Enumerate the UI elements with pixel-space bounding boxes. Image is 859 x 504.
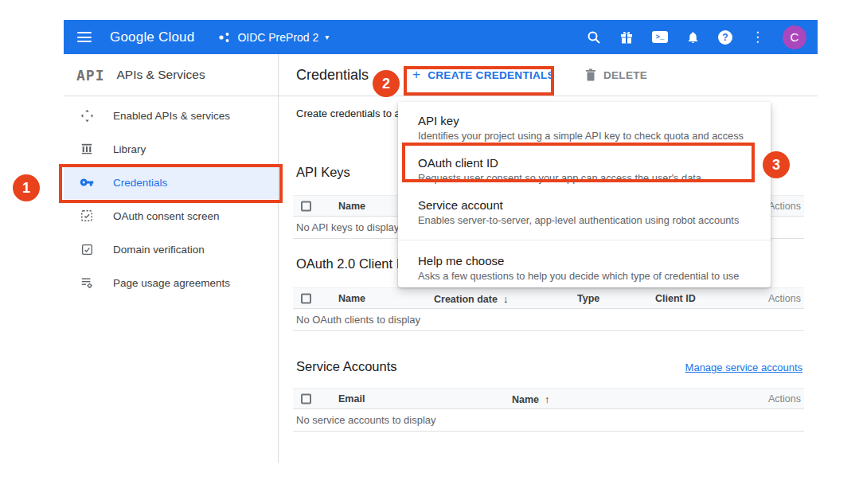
sidebar-item-label: Domain verification	[113, 244, 205, 256]
annotation-badge-3: 3	[763, 151, 790, 178]
consent-screen-icon	[80, 209, 94, 222]
api-logo: API	[76, 67, 105, 84]
menu-divider	[398, 240, 771, 240]
manage-service-accounts-link[interactable]: Manage service accounts	[685, 361, 802, 373]
sidebar-item-credentials[interactable]: Credentials	[64, 166, 278, 199]
column-creation-date[interactable]: Creation date↓	[434, 292, 508, 304]
table-header-row: Email Name↑ Actions	[293, 388, 804, 409]
sidebar-item-library[interactable]: Library	[64, 132, 278, 166]
library-icon	[80, 143, 94, 155]
select-all-checkbox[interactable]	[301, 393, 311, 404]
sidebar-item-label: OAuth consent screen	[113, 210, 220, 222]
gift-icon[interactable]	[619, 30, 634, 45]
page-title: Credentials	[296, 67, 369, 84]
cloud-shell-icon[interactable]: >_	[652, 31, 668, 43]
project-selector[interactable]: OIDC PreProd 2 ▾	[218, 31, 329, 44]
column-name: Name	[338, 293, 365, 304]
column-name[interactable]: Name↑	[512, 393, 550, 404]
select-all-checkbox[interactable]	[301, 201, 311, 211]
trash-icon	[585, 68, 596, 81]
column-type: Type	[577, 293, 599, 304]
sidebar-item-label: Enabled APIs & services	[113, 110, 230, 122]
intro-text: Create credentials to ac	[296, 107, 405, 119]
google-cloud-logo[interactable]: Google Cloud	[110, 29, 194, 45]
more-vertical-icon[interactable]: ⋮	[751, 30, 764, 44]
sidebar-item-oauth-consent[interactable]: OAuth consent screen	[64, 199, 278, 232]
sidebar-title: APIs & Services	[117, 68, 205, 82]
sidebar-nav: Enabled APIs & services Library Credenti…	[64, 96, 279, 463]
menu-item-help-me-choose[interactable]: Help me choose Asks a few questions to h…	[398, 247, 771, 289]
enabled-apis-icon	[80, 109, 94, 123]
key-icon	[80, 175, 94, 189]
service-accounts-heading: Service Accounts	[296, 359, 397, 374]
menu-item-service-account[interactable]: Service account Enables server-to-server…	[398, 191, 771, 233]
delete-button[interactable]: DELETE	[585, 68, 647, 81]
section-header: API APIs & Services Credentials + CREATE…	[64, 54, 818, 96]
column-name: Name	[338, 201, 365, 212]
sidebar-item-label: Credentials	[113, 177, 167, 189]
annotation-badge-2: 2	[373, 70, 400, 97]
notifications-bell-icon[interactable]	[686, 30, 700, 45]
plus-icon: +	[412, 67, 420, 83]
create-credentials-button[interactable]: + CREATE CREDENTIALS	[412, 67, 555, 83]
help-icon[interactable]: ?	[718, 30, 732, 45]
account-avatar[interactable]: C	[783, 25, 806, 49]
screen: Google Cloud OIDC PreProd 2 ▾ >_	[0, 0, 859, 504]
menu-item-oauth-client-id[interactable]: OAuth client ID Requests user consent so…	[398, 149, 771, 191]
domain-verification-icon	[80, 244, 94, 256]
annotation-badge-1: 1	[13, 174, 40, 201]
column-email: Email	[338, 393, 365, 404]
empty-row: No OAuth clients to display	[293, 309, 804, 331]
hamburger-menu-icon[interactable]	[77, 32, 92, 42]
column-actions: Actions	[768, 393, 801, 404]
agreements-gear-icon	[80, 276, 94, 289]
page-header: Credentials + CREATE CREDENTIALS DELETE	[279, 54, 818, 96]
empty-row: No service accounts to display	[293, 409, 804, 432]
select-all-checkbox[interactable]	[301, 293, 311, 303]
sidebar-item-domain-verification[interactable]: Domain verification	[64, 232, 278, 266]
column-actions: Actions	[768, 201, 801, 212]
menu-item-api-key[interactable]: API key Identifies your project using a …	[398, 107, 771, 149]
sidebar-item-enabled-apis[interactable]: Enabled APIs & services	[64, 99, 278, 132]
sort-desc-icon: ↓	[503, 292, 509, 304]
sidebar-item-page-usage-agreements[interactable]: Page usage agreements	[64, 266, 278, 299]
project-name: OIDC PreProd 2	[237, 31, 318, 44]
search-icon[interactable]	[587, 30, 601, 45]
chevron-down-icon: ▾	[325, 33, 329, 41]
table-header-row: Name Creation date↓ Type Client ID Actio…	[293, 287, 804, 309]
api-keys-heading: API Keys	[296, 165, 350, 180]
sidebar-item-label: Page usage agreements	[113, 277, 230, 289]
project-icon	[218, 32, 231, 43]
top-app-bar: Google Cloud OIDC PreProd 2 ▾ >_	[64, 20, 818, 54]
sidebar-header: API APIs & Services	[64, 54, 279, 96]
oauth-clients-table: Name Creation date↓ Type Client ID Actio…	[293, 287, 804, 331]
column-client-id: Client ID	[655, 293, 696, 304]
column-actions: Actions	[768, 293, 801, 304]
create-credentials-menu: API key Identifies your project using a …	[398, 102, 771, 287]
sort-asc-icon: ↑	[545, 393, 550, 404]
topbar-actions: >_ ? ⋮ C	[587, 25, 818, 49]
service-accounts-table: Email Name↑ Actions No service accounts …	[293, 388, 804, 432]
sidebar-item-label: Library	[113, 143, 146, 155]
